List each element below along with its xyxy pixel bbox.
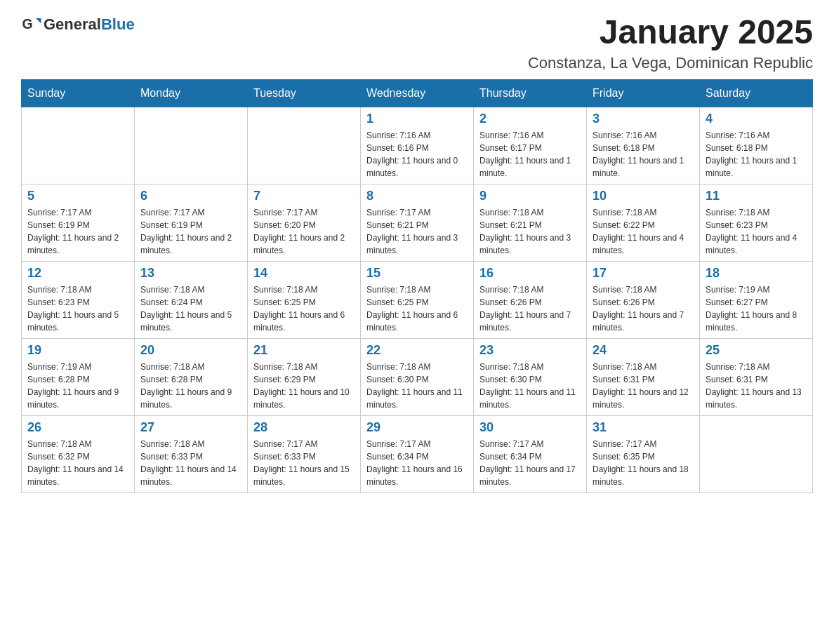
day-info: Sunrise: 7:16 AMSunset: 6:18 PMDaylight:… <box>593 129 694 180</box>
day-info: Sunrise: 7:16 AMSunset: 6:18 PMDaylight:… <box>706 129 807 180</box>
calendar-cell: 25Sunrise: 7:18 AMSunset: 6:31 PMDayligh… <box>700 338 813 415</box>
calendar-cell: 15Sunrise: 7:18 AMSunset: 6:25 PMDayligh… <box>361 261 474 338</box>
day-number: 5 <box>27 189 128 203</box>
calendar-cell <box>248 107 361 184</box>
day-info: Sunrise: 7:16 AMSunset: 6:16 PMDaylight:… <box>366 129 468 180</box>
day-info: Sunrise: 7:16 AMSunset: 6:17 PMDaylight:… <box>479 129 581 180</box>
day-info: Sunrise: 7:18 AMSunset: 6:33 PMDaylight:… <box>140 438 241 488</box>
logo-blue-text: Blue <box>101 15 135 33</box>
day-number: 16 <box>479 266 581 281</box>
logo: G GeneralBlue <box>21 14 135 35</box>
day-number: 3 <box>593 112 694 126</box>
day-number: 21 <box>253 343 355 358</box>
calendar-cell: 1Sunrise: 7:16 AMSunset: 6:16 PMDaylight… <box>361 107 474 184</box>
calendar-week-4: 19Sunrise: 7:19 AMSunset: 6:28 PMDayligh… <box>22 338 813 415</box>
calendar-cell: 4Sunrise: 7:16 AMSunset: 6:18 PMDaylight… <box>700 107 813 184</box>
weekday-header-monday: Monday <box>135 79 248 107</box>
day-info: Sunrise: 7:18 AMSunset: 6:23 PMDaylight:… <box>706 206 807 257</box>
svg-text:G: G <box>22 16 33 32</box>
day-info: Sunrise: 7:18 AMSunset: 6:25 PMDaylight:… <box>253 283 355 334</box>
title-section: January 2025 Constanza, La Vega, Dominic… <box>528 14 813 72</box>
calendar-cell: 19Sunrise: 7:19 AMSunset: 6:28 PMDayligh… <box>22 338 135 415</box>
day-number: 29 <box>366 420 468 435</box>
day-info: Sunrise: 7:17 AMSunset: 6:34 PMDaylight:… <box>479 438 581 488</box>
calendar-cell: 8Sunrise: 7:17 AMSunset: 6:21 PMDaylight… <box>361 184 474 261</box>
day-number: 26 <box>27 420 128 435</box>
logo-icon: G <box>21 14 42 35</box>
day-info: Sunrise: 7:19 AMSunset: 6:27 PMDaylight:… <box>706 283 807 334</box>
calendar-cell: 29Sunrise: 7:17 AMSunset: 6:34 PMDayligh… <box>361 415 474 492</box>
day-info: Sunrise: 7:18 AMSunset: 6:24 PMDaylight:… <box>140 283 241 334</box>
day-info: Sunrise: 7:18 AMSunset: 6:30 PMDaylight:… <box>479 361 581 411</box>
calendar-week-2: 5Sunrise: 7:17 AMSunset: 6:19 PMDaylight… <box>22 184 813 261</box>
day-info: Sunrise: 7:17 AMSunset: 6:19 PMDaylight:… <box>140 206 241 257</box>
weekday-header-wednesday: Wednesday <box>361 79 474 107</box>
day-info: Sunrise: 7:18 AMSunset: 6:30 PMDaylight:… <box>366 361 468 411</box>
day-info: Sunrise: 7:17 AMSunset: 6:34 PMDaylight:… <box>366 438 468 488</box>
weekday-header-saturday: Saturday <box>700 79 813 107</box>
day-number: 15 <box>366 266 468 281</box>
day-number: 20 <box>140 343 241 358</box>
day-number: 17 <box>593 266 694 281</box>
day-number: 30 <box>479 420 581 435</box>
calendar-cell: 12Sunrise: 7:18 AMSunset: 6:23 PMDayligh… <box>22 261 135 338</box>
day-number: 22 <box>366 343 468 358</box>
calendar-cell: 17Sunrise: 7:18 AMSunset: 6:26 PMDayligh… <box>587 261 700 338</box>
calendar-cell: 27Sunrise: 7:18 AMSunset: 6:33 PMDayligh… <box>135 415 248 492</box>
weekday-header-row: SundayMondayTuesdayWednesdayThursdayFrid… <box>22 79 813 107</box>
calendar-cell: 9Sunrise: 7:18 AMSunset: 6:21 PMDaylight… <box>474 184 587 261</box>
day-info: Sunrise: 7:18 AMSunset: 6:22 PMDaylight:… <box>593 206 694 257</box>
day-number: 31 <box>593 420 694 435</box>
day-info: Sunrise: 7:18 AMSunset: 6:31 PMDaylight:… <box>593 361 694 411</box>
day-info: Sunrise: 7:18 AMSunset: 6:26 PMDaylight:… <box>593 283 694 334</box>
calendar-week-5: 26Sunrise: 7:18 AMSunset: 6:32 PMDayligh… <box>22 415 813 492</box>
day-number: 8 <box>366 189 468 203</box>
day-number: 11 <box>706 189 807 203</box>
month-title: January 2025 <box>528 14 813 51</box>
calendar-cell: 23Sunrise: 7:18 AMSunset: 6:30 PMDayligh… <box>474 338 587 415</box>
calendar-cell: 10Sunrise: 7:18 AMSunset: 6:22 PMDayligh… <box>587 184 700 261</box>
day-info: Sunrise: 7:18 AMSunset: 6:23 PMDaylight:… <box>27 283 128 334</box>
calendar-cell: 22Sunrise: 7:18 AMSunset: 6:30 PMDayligh… <box>361 338 474 415</box>
calendar-cell: 21Sunrise: 7:18 AMSunset: 6:29 PMDayligh… <box>248 338 361 415</box>
calendar-cell: 20Sunrise: 7:18 AMSunset: 6:28 PMDayligh… <box>135 338 248 415</box>
calendar-cell: 28Sunrise: 7:17 AMSunset: 6:33 PMDayligh… <box>248 415 361 492</box>
day-info: Sunrise: 7:18 AMSunset: 6:28 PMDaylight:… <box>140 361 241 411</box>
day-info: Sunrise: 7:18 AMSunset: 6:31 PMDaylight:… <box>706 361 807 411</box>
calendar-cell: 14Sunrise: 7:18 AMSunset: 6:25 PMDayligh… <box>248 261 361 338</box>
calendar-cell: 11Sunrise: 7:18 AMSunset: 6:23 PMDayligh… <box>700 184 813 261</box>
day-info: Sunrise: 7:17 AMSunset: 6:35 PMDaylight:… <box>593 438 694 488</box>
calendar-cell: 13Sunrise: 7:18 AMSunset: 6:24 PMDayligh… <box>135 261 248 338</box>
day-number: 25 <box>706 343 807 358</box>
day-number: 27 <box>140 420 241 435</box>
day-number: 28 <box>253 420 355 435</box>
calendar-cell <box>700 415 813 492</box>
calendar-week-3: 12Sunrise: 7:18 AMSunset: 6:23 PMDayligh… <box>22 261 813 338</box>
day-number: 1 <box>366 112 468 126</box>
day-number: 14 <box>253 266 355 281</box>
day-number: 24 <box>593 343 694 358</box>
calendar-table: SundayMondayTuesdayWednesdayThursdayFrid… <box>21 79 813 493</box>
day-number: 4 <box>706 112 807 126</box>
calendar-cell: 2Sunrise: 7:16 AMSunset: 6:17 PMDaylight… <box>474 107 587 184</box>
day-number: 12 <box>27 266 128 281</box>
day-info: Sunrise: 7:17 AMSunset: 6:20 PMDaylight:… <box>253 206 355 257</box>
day-info: Sunrise: 7:18 AMSunset: 6:32 PMDaylight:… <box>27 438 128 488</box>
location-title: Constanza, La Vega, Dominican Republic <box>528 54 813 72</box>
day-number: 18 <box>706 266 807 281</box>
day-number: 19 <box>27 343 128 358</box>
calendar-cell <box>22 107 135 184</box>
logo-general-text: General <box>44 15 101 33</box>
day-number: 13 <box>140 266 241 281</box>
weekday-header-thursday: Thursday <box>474 79 587 107</box>
day-number: 9 <box>479 189 581 203</box>
day-info: Sunrise: 7:18 AMSunset: 6:26 PMDaylight:… <box>479 283 581 334</box>
calendar-cell: 16Sunrise: 7:18 AMSunset: 6:26 PMDayligh… <box>474 261 587 338</box>
page-header: G GeneralBlue January 2025 Constanza, La… <box>21 14 813 72</box>
calendar-week-1: 1Sunrise: 7:16 AMSunset: 6:16 PMDaylight… <box>22 107 813 184</box>
calendar-cell: 3Sunrise: 7:16 AMSunset: 6:18 PMDaylight… <box>587 107 700 184</box>
day-number: 2 <box>479 112 581 126</box>
day-number: 10 <box>593 189 694 203</box>
weekday-header-friday: Friday <box>587 79 700 107</box>
day-info: Sunrise: 7:19 AMSunset: 6:28 PMDaylight:… <box>27 361 128 411</box>
